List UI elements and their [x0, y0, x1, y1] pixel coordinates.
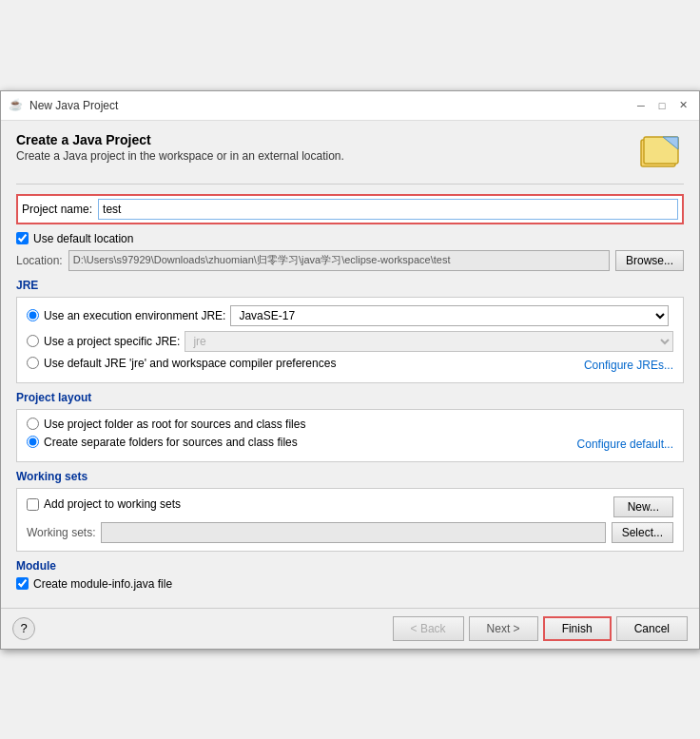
dialog-window: ☕ New Java Project ─ □ ✕ Create a Java P… [0, 90, 700, 650]
next-button[interactable]: Next > [469, 616, 538, 641]
working-sets-label: Working sets: [27, 526, 95, 539]
header-text: Create a Java Project Create a Java proj… [16, 132, 344, 163]
header-divider [16, 184, 684, 185]
use-default-location-row: Use default location [16, 232, 684, 245]
project-name-row: Project name: [16, 194, 684, 224]
location-row: Location: Browse... [16, 250, 684, 271]
module-group: Create module-info.java file [16, 577, 684, 591]
layout-radio2-inner: Create separate folders for sources and … [27, 436, 298, 449]
layout-radio2-label: Create separate folders for sources and … [44, 436, 298, 449]
jre-radio3[interactable] [27, 357, 39, 369]
close-button[interactable]: ✕ [674, 97, 691, 114]
jre-radio2-label: Use a project specific JRE: [44, 335, 180, 348]
project-name-input[interactable] [98, 199, 678, 220]
jre-radio2-row: Use a project specific JRE: jre [27, 331, 673, 352]
title-controls: ─ □ ✕ [632, 97, 691, 114]
nav-buttons: < Back Next > Finish Cancel [393, 616, 688, 641]
jre-radio3-row: Use default JRE 'jre' and workspace comp… [27, 357, 673, 375]
working-sets-section-header: Working sets [16, 470, 684, 483]
jre-env-select[interactable]: JavaSE-17 JavaSE-11 JavaSE-8 [230, 305, 669, 326]
title-bar-left: ☕ New Java Project [9, 98, 118, 113]
layout-radio1[interactable] [27, 418, 39, 430]
new-working-set-button[interactable]: New... [613, 496, 673, 517]
jre-radio1[interactable] [27, 309, 39, 321]
jre-radio3-inner: Use default JRE 'jre' and workspace comp… [27, 357, 336, 370]
location-input[interactable] [68, 250, 610, 271]
jre-radio1-row: Use an execution environment JRE: JavaSE… [27, 305, 673, 326]
add-to-working-sets-checkbox[interactable] [27, 498, 39, 511]
select-working-set-button[interactable]: Select... [612, 522, 673, 543]
minimize-button[interactable]: ─ [632, 97, 650, 114]
title-text: New Java Project [29, 99, 118, 112]
header-area: Create a Java Project Create a Java proj… [16, 132, 684, 174]
create-module-info-checkbox[interactable] [16, 577, 29, 590]
create-module-info-row: Create module-info.java file [16, 577, 684, 591]
create-module-info-label: Create module-info.java file [33, 577, 172, 591]
layout-radio1-row: Use project folder as root for sources a… [27, 418, 673, 431]
dialog-content: Create a Java Project Create a Java proj… [1, 121, 699, 608]
layout-radio2[interactable] [27, 436, 39, 448]
configure-jres-link[interactable]: Configure JREs... [584, 359, 673, 372]
browse-button[interactable]: Browse... [615, 250, 684, 271]
module-section-header: Module [16, 559, 684, 573]
working-sets-section-box: Add project to working sets New... Worki… [16, 488, 684, 552]
jre-radio2[interactable] [27, 335, 39, 347]
header-icon [636, 132, 684, 174]
working-sets-header-row: Add project to working sets New... [27, 496, 673, 517]
layout-radio1-label: Use project folder as root for sources a… [44, 418, 305, 431]
jre-section-header: JRE [16, 279, 684, 292]
title-bar: ☕ New Java Project ─ □ ✕ [1, 91, 699, 121]
maximize-button[interactable]: □ [653, 97, 671, 114]
cancel-button[interactable]: Cancel [616, 616, 688, 641]
working-sets-input[interactable] [101, 522, 605, 543]
use-default-location-label: Use default location [33, 232, 133, 245]
jre-specific-select[interactable]: jre [185, 331, 673, 352]
layout-radio2-row: Create separate folders for sources and … [27, 436, 673, 454]
working-sets-select-row: Working sets: Select... [27, 522, 673, 543]
bottom-bar: ? < Back Next > Finish Cancel [1, 608, 699, 649]
jre-radio3-label: Use default JRE 'jre' and workspace comp… [44, 357, 336, 370]
project-name-label: Project name: [22, 203, 92, 216]
help-button[interactable]: ? [12, 617, 35, 640]
project-name-group: Project name: [16, 194, 684, 224]
finish-button[interactable]: Finish [543, 616, 612, 641]
location-label: Location: [16, 254, 63, 267]
layout-section-header: Project layout [16, 391, 684, 404]
layout-section-box: Use project folder as root for sources a… [16, 409, 684, 462]
jre-radio1-label: Use an execution environment JRE: [44, 309, 225, 322]
add-to-working-sets-label: Add project to working sets [44, 497, 181, 511]
jre-section-box: Use an execution environment JRE: JavaSE… [16, 297, 684, 383]
use-default-location-checkbox[interactable] [16, 232, 29, 244]
dialog-title: Create a Java Project [16, 132, 344, 147]
window-icon: ☕ [9, 98, 24, 113]
add-to-working-sets-row: Add project to working sets [27, 497, 181, 511]
dialog-subtitle: Create a Java project in the workspace o… [16, 149, 344, 163]
default-location-group: Use default location Location: Browse... [16, 232, 684, 271]
back-button[interactable]: < Back [393, 616, 464, 641]
configure-default-link[interactable]: Configure default... [577, 438, 673, 451]
